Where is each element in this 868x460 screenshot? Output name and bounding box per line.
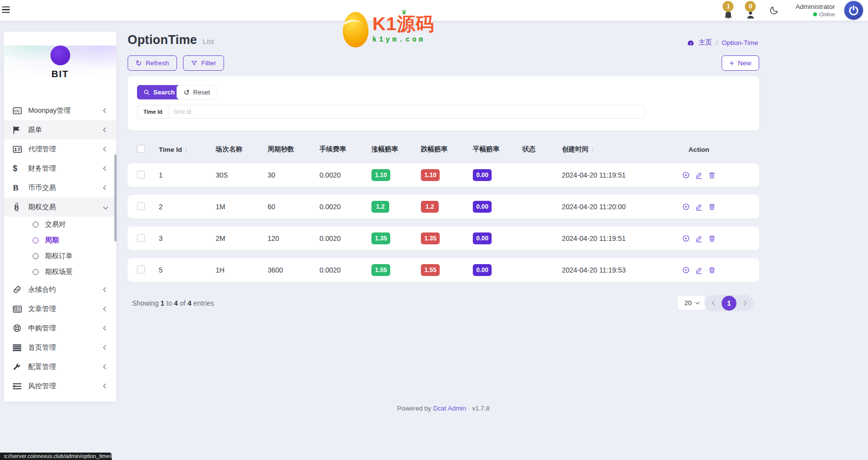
chevron-left-icon (103, 384, 108, 389)
dark-mode-toggle[interactable] (769, 0, 779, 20)
delete-button[interactable] (708, 266, 716, 274)
cell-time-id: 3 (159, 234, 216, 242)
chevron-left-icon (103, 147, 108, 152)
delete-button[interactable] (708, 171, 716, 179)
sidebar-item-moonpay[interactable]: CC Moonpay管理 (4, 101, 116, 120)
column-header-fee: 手续费率 (320, 145, 371, 154)
sidebar-item-wallet[interactable]: 钱包管理 (4, 396, 116, 402)
pencil-icon (695, 172, 703, 179)
sidebar-item-agent[interactable]: 代理管理 (4, 139, 116, 159)
new-button[interactable]: + New (722, 55, 759, 71)
trash-icon (708, 266, 716, 274)
view-button[interactable] (682, 171, 690, 179)
sidebar-subitem-option-scene[interactable]: 期权场景 (4, 264, 116, 280)
column-header-down-odds: 跌幅赔率 (421, 145, 473, 154)
sidebar-subitem-period[interactable]: 周期 (4, 232, 116, 248)
sidebar-item-label: 申购管理 (28, 324, 104, 333)
chevron-left-icon (103, 128, 108, 133)
sidebar-item-home-manage[interactable]: 首页管理 (4, 338, 116, 357)
select-all-checkbox[interactable] (137, 145, 145, 153)
sidebar-subitem-label: 交易对 (45, 220, 66, 229)
sidebar-item-article[interactable]: 文章管理 (4, 299, 116, 319)
edit-button[interactable] (695, 235, 703, 242)
sidebar-item-label: 币币交易 (28, 184, 104, 192)
edit-button[interactable] (695, 267, 703, 274)
dcat-admin-link[interactable]: Dcat Admin (433, 405, 466, 412)
brand-logo-icon (50, 46, 70, 65)
sidebar-item-config[interactable]: 配置管理 (4, 357, 116, 376)
cell-time-id: 5 (159, 266, 216, 274)
reset-button[interactable]: ↺ Reset (177, 85, 217, 99)
search-button[interactable]: Search (137, 85, 181, 99)
menu-toggle-icon[interactable] (2, 6, 10, 14)
sidebar-item-label: 代理管理 (28, 145, 104, 154)
online-label: Online (819, 11, 835, 18)
chevron-left-icon (103, 108, 108, 113)
table-row: 2 1M 60 0.0020 1.2 1.2 0.00 2024-04-20 1… (128, 195, 759, 219)
up-odds-badge: 1.35 (371, 232, 390, 244)
row-actions (681, 234, 720, 242)
row-actions (681, 266, 720, 274)
delete-button[interactable] (708, 203, 716, 211)
flat-odds-badge: 0.00 (473, 201, 492, 213)
pagination: 1 (704, 295, 754, 311)
moon-icon (769, 5, 779, 15)
sidebar-subitem-option-order[interactable]: 期权订单 (4, 248, 116, 264)
eye-icon (682, 203, 690, 211)
bitcoin-icon: B (13, 202, 28, 212)
time-id-input[interactable] (168, 105, 645, 119)
chevron-left-icon (103, 185, 108, 190)
circle-icon (33, 222, 39, 228)
cell-seconds: 120 (268, 234, 320, 242)
row-checkbox[interactable] (137, 266, 145, 274)
page-subtitle: List (202, 37, 214, 46)
sidebar-item-risk[interactable]: 风控管理 (4, 376, 116, 396)
bars-icon (13, 344, 28, 351)
view-button[interactable] (682, 203, 690, 211)
sidebar-item-follow[interactable]: 跟单 (4, 120, 116, 139)
notifications-button[interactable]: 1 (722, 0, 734, 20)
refresh-button[interactable]: ↻ Refresh (128, 55, 177, 71)
edit-button[interactable] (695, 203, 703, 211)
current-page-button[interactable]: 1 (722, 296, 736, 311)
view-button[interactable] (682, 234, 690, 242)
row-actions (681, 171, 720, 179)
sidebar-scrollbar[interactable] (114, 154, 117, 241)
sidebar-item-option-trade[interactable]: B 期权交易 (4, 197, 116, 217)
column-header-time-id[interactable]: Time Id↑ (159, 146, 216, 153)
chevron-left-icon (103, 365, 108, 369)
sidebar-subitem-trading-pair[interactable]: 交易对 (4, 217, 116, 232)
sidebar-item-finance[interactable]: $ 财务管理 (4, 159, 116, 178)
online-dot (813, 12, 817, 16)
row-checkbox[interactable] (137, 202, 145, 210)
circle-icon (13, 402, 28, 402)
sidebar-item-perpetual[interactable]: 永续合约 (4, 280, 116, 299)
next-page-button[interactable] (737, 297, 750, 310)
messages-button[interactable]: 0 (744, 0, 757, 20)
sidebar-subitem-label: 期权订单 (45, 252, 73, 261)
power-icon (848, 5, 859, 16)
delete-button[interactable] (708, 234, 716, 242)
column-header-created[interactable]: 创建时间↑ (562, 145, 681, 154)
entries-summary: Showing 1 to 4 of 4 entries (132, 299, 214, 307)
edit-button[interactable] (695, 172, 703, 179)
sidebar-item-subscribe[interactable]: 申购管理 (4, 319, 116, 338)
sidebar-item-coin-trade[interactable]: B 币币交易 (4, 178, 116, 197)
cell-time-id: 2 (159, 203, 216, 211)
row-checkbox[interactable] (137, 234, 145, 242)
page-size-select[interactable]: 20 (678, 296, 705, 310)
eye-icon (682, 266, 690, 274)
down-odds-badge: 1.35 (421, 232, 440, 244)
breadcrumb-home[interactable]: 主页 (698, 38, 712, 47)
view-button[interactable] (682, 266, 690, 274)
trash-icon (708, 203, 716, 211)
prev-page-button[interactable] (708, 297, 721, 310)
pencil-icon (695, 203, 703, 211)
life-ring-icon (13, 324, 28, 332)
pencil-icon (695, 235, 703, 242)
plus-icon: + (730, 59, 734, 67)
row-checkbox[interactable] (137, 171, 145, 179)
avatar[interactable] (844, 1, 863, 20)
pencil-icon (695, 267, 703, 274)
filter-button[interactable]: Filter (183, 55, 224, 71)
